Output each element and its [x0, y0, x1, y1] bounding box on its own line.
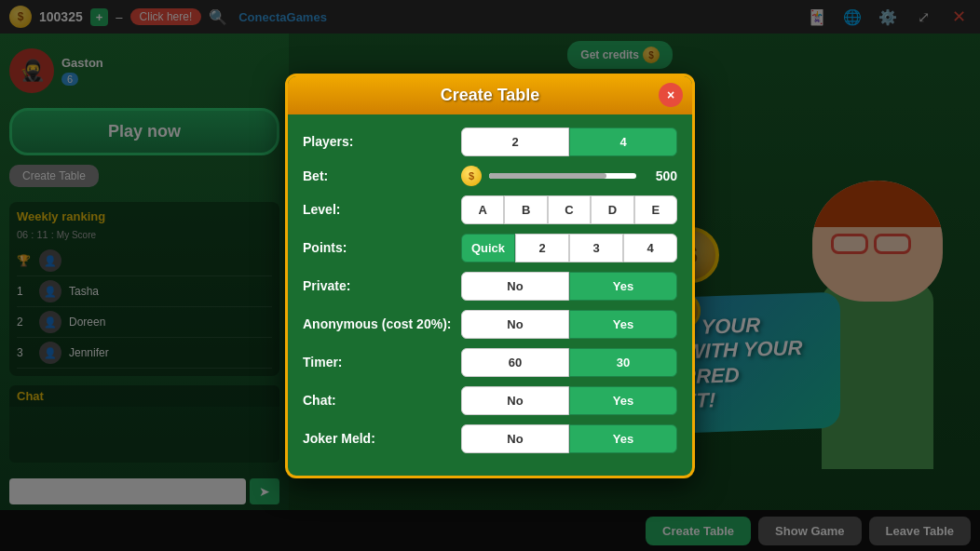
level-option-b[interactable]: B — [504, 195, 547, 224]
timer-controls: 60 30 — [461, 348, 677, 377]
anonymous-controls: No Yes — [461, 310, 677, 339]
create-table-modal: Create Table × Players: 2 4 Bet: $ — [285, 74, 695, 478]
anonymous-row: Anonymous (cost 20%): No Yes — [303, 310, 677, 339]
level-option-a[interactable]: A — [461, 195, 504, 224]
timer-option-60[interactable]: 60 — [461, 348, 569, 377]
points-option-3[interactable]: 3 — [569, 234, 623, 262]
modal-overlay: Create Table × Players: 2 4 Bet: $ — [0, 0, 980, 551]
private-label: Private: — [303, 278, 452, 293]
bet-coin-icon: $ — [461, 166, 482, 186]
timer-row: Timer: 60 30 — [303, 348, 677, 377]
chat-controls: No Yes — [461, 386, 677, 415]
timer-label: Timer: — [303, 355, 452, 370]
points-controls: Quick 2 3 4 — [461, 234, 677, 262]
joker-meld-label: Joker Meld: — [303, 431, 452, 446]
chat-label: Chat: — [303, 393, 452, 408]
modal-body: Players: 2 4 Bet: $ 500 Level — [288, 114, 692, 476]
level-option-d[interactable]: D — [591, 195, 633, 224]
joker-meld-option-no[interactable]: No — [461, 424, 569, 453]
players-option-2[interactable]: 2 — [461, 128, 569, 156]
players-label: Players: — [303, 134, 452, 149]
joker-meld-option-yes[interactable]: Yes — [569, 424, 677, 453]
bet-label: Bet: — [303, 168, 452, 183]
points-option-quick[interactable]: Quick — [461, 234, 515, 262]
bet-controls: $ 500 — [461, 166, 677, 186]
players-controls: 2 4 — [461, 128, 677, 156]
points-option-4[interactable]: 4 — [623, 234, 677, 262]
anonymous-option-yes[interactable]: Yes — [569, 310, 677, 339]
private-row: Private: No Yes — [303, 272, 677, 301]
level-controls: A B C D E — [461, 195, 677, 224]
modal-header: Create Table × — [288, 76, 692, 114]
chat-option-yes[interactable]: Yes — [569, 386, 677, 415]
private-controls: No Yes — [461, 272, 677, 301]
chat-option-no[interactable]: No — [461, 386, 569, 415]
bet-slider[interactable] — [489, 173, 636, 179]
modal-close-button[interactable]: × — [659, 83, 683, 107]
private-option-yes[interactable]: Yes — [569, 272, 677, 301]
level-row: Level: A B C D E — [303, 195, 677, 224]
level-option-c[interactable]: C — [548, 195, 591, 224]
bet-slider-fill — [489, 173, 606, 179]
bet-row: Bet: $ 500 — [303, 166, 677, 186]
bet-value: 500 — [644, 168, 677, 183]
modal-title: Create Table — [441, 86, 540, 105]
players-option-4[interactable]: 4 — [569, 128, 677, 156]
private-option-no[interactable]: No — [461, 272, 569, 301]
points-label: Points: — [303, 240, 452, 255]
points-row: Points: Quick 2 3 4 — [303, 234, 677, 262]
chat-row: Chat: No Yes — [303, 386, 677, 415]
players-row: Players: 2 4 — [303, 128, 677, 156]
joker-meld-controls: No Yes — [461, 424, 677, 453]
anonymous-option-no[interactable]: No — [461, 310, 569, 339]
level-option-e[interactable]: E — [634, 195, 677, 224]
anonymous-label: Anonymous (cost 20%): — [303, 316, 452, 331]
level-label: Level: — [303, 202, 452, 217]
points-option-2[interactable]: 2 — [515, 234, 569, 262]
timer-option-30[interactable]: 30 — [569, 348, 677, 377]
joker-meld-row: Joker Meld: No Yes — [303, 424, 677, 453]
